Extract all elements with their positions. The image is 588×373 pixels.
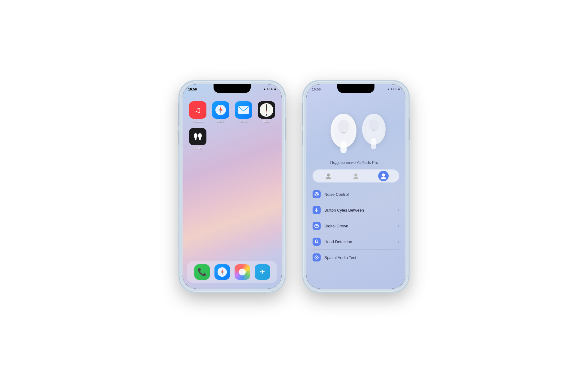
app-airpods[interactable]: AirPods [189, 128, 207, 150]
dock-safari-svg [217, 267, 227, 277]
app-clock[interactable]: Часы [257, 101, 275, 123]
app-mail-label: Почта [240, 120, 248, 123]
airpods-screen-container: 16:56 ▲ LTE ■ [306, 84, 405, 289]
digital-crown-label: Digital Crown [324, 224, 394, 228]
iphone-airpods: 16:56 ▲ LTE ■ [303, 81, 409, 292]
user-icon-2[interactable] [351, 171, 361, 181]
settings-item-noise[interactable]: Noise Control › [313, 186, 399, 202]
svg-rect-32 [341, 132, 346, 134]
noise-control-label: Noise Control [324, 192, 394, 197]
app-grid: ♫ Музыка [189, 101, 275, 150]
app-airpods-icon [189, 128, 206, 145]
spatial-audio-icon [313, 253, 321, 261]
svg-point-39 [326, 177, 331, 179]
spatial-icon-svg [314, 255, 319, 260]
volume-down-button[interactable] [178, 131, 179, 145]
svg-point-43 [381, 177, 386, 179]
digital-crown-icon [313, 222, 321, 230]
mute-button-2[interactable] [302, 103, 303, 112]
iphone-screen-home: 16:56 ▲ LTE ■ ♫ Музыка [183, 84, 282, 289]
power-button[interactable] [285, 118, 286, 140]
svg-rect-18 [191, 130, 204, 143]
app-mail-icon [235, 101, 252, 119]
svg-point-36 [369, 120, 379, 131]
user-icon-3[interactable] [378, 171, 389, 181]
noise-icon-svg [314, 192, 319, 197]
svg-point-31 [338, 120, 349, 134]
settings-item-spatial[interactable]: Spatial Audio Test › [313, 250, 399, 265]
clock-svg [258, 101, 275, 119]
noise-control-icon [313, 190, 321, 198]
svg-point-41 [353, 177, 358, 179]
dock-photos[interactable] [235, 264, 250, 280]
svg-point-17 [266, 109, 267, 111]
battery-icon-2: ■ [398, 87, 400, 91]
app-music[interactable]: ♫ Музыка [189, 101, 207, 123]
signal-icon: ▲ [263, 87, 266, 91]
status-icons-home: ▲ LTE ■ [263, 87, 276, 91]
volume-down-button-2[interactable] [302, 131, 303, 145]
svg-point-48 [315, 240, 318, 242]
mute-button[interactable] [178, 103, 179, 112]
battery-icon: ■ [274, 87, 276, 91]
dock-safari[interactable] [214, 264, 230, 280]
button-icon-svg [314, 208, 319, 213]
app-safari[interactable]: Safari [212, 101, 230, 123]
app-safari-label: Safari [217, 120, 224, 123]
power-button-2[interactable] [409, 118, 410, 140]
status-icons-airpods: ▲ LTE ■ [387, 87, 400, 91]
airpods-screen: 16:56 ▲ LTE ■ [306, 84, 405, 289]
settings-item-button[interactable]: Button Cyles Between › [313, 202, 399, 218]
app-music-icon: ♫ [189, 101, 206, 119]
user-icon-1[interactable] [323, 171, 334, 181]
photos-inner [239, 269, 246, 275]
settings-item-head[interactable]: Head Detection › [313, 234, 399, 250]
dock-phone[interactable]: 📞 [194, 264, 210, 280]
app-clock-label: Часы [263, 120, 270, 123]
svg-point-49 [316, 257, 317, 258]
notch-2 [337, 84, 374, 93]
lte-label: LTE [267, 87, 273, 91]
noise-control-chevron: › [398, 192, 399, 196]
app-clock-icon [258, 101, 275, 119]
head-detection-label: Head Detection [324, 239, 394, 244]
settings-item-crown[interactable]: Digital Crown › [313, 218, 399, 234]
spatial-audio-label: Spatial Audio Test [324, 255, 394, 260]
wallpaper: 16:56 ▲ LTE ■ ♫ Музыка [183, 84, 282, 289]
svg-rect-46 [315, 225, 318, 227]
iphone-screen-airpods: 16:56 ▲ LTE ■ [306, 84, 405, 289]
connecting-text: Подключение AirPods Pro... [306, 160, 405, 165]
svg-point-45 [316, 193, 318, 195]
lte-label-2: LTE [391, 87, 397, 91]
crown-icon-svg [314, 223, 319, 228]
button-cycles-chevron: › [398, 208, 399, 212]
app-safari-icon [212, 101, 229, 119]
dock-photos-icon [235, 264, 250, 280]
digital-crown-chevron: › [398, 224, 399, 228]
svg-point-22 [199, 137, 201, 140]
iphone-home: 16:56 ▲ LTE ■ ♫ Музыка [179, 81, 285, 292]
dock-telegram[interactable]: ✈ [255, 264, 270, 280]
user-avatar-1 [325, 173, 332, 179]
svg-rect-30 [340, 141, 347, 153]
volume-up-button[interactable] [178, 112, 179, 126]
svg-point-42 [382, 173, 385, 177]
svg-rect-6 [238, 106, 249, 114]
svg-point-38 [327, 173, 330, 177]
dock-safari-icon [214, 264, 230, 280]
app-music-label: Музыка [193, 120, 203, 123]
user-avatar-2 [352, 173, 359, 179]
button-cycles-icon [313, 206, 321, 214]
airpods-app-svg [191, 130, 204, 143]
user-selector[interactable] [313, 169, 399, 182]
safari-svg [215, 104, 226, 116]
signal-icon-2: ▲ [387, 87, 390, 91]
head-detection-chevron: › [398, 239, 399, 244]
home-screen-container: 16:56 ▲ LTE ■ ♫ Музыка [183, 84, 282, 289]
airpods-illustration [322, 104, 390, 157]
volume-up-button-2[interactable] [302, 112, 303, 126]
app-mail[interactable]: Почта [235, 101, 253, 123]
svg-rect-35 [371, 138, 376, 149]
button-cycles-label: Button Cyles Between [324, 208, 394, 213]
notch [214, 84, 251, 93]
